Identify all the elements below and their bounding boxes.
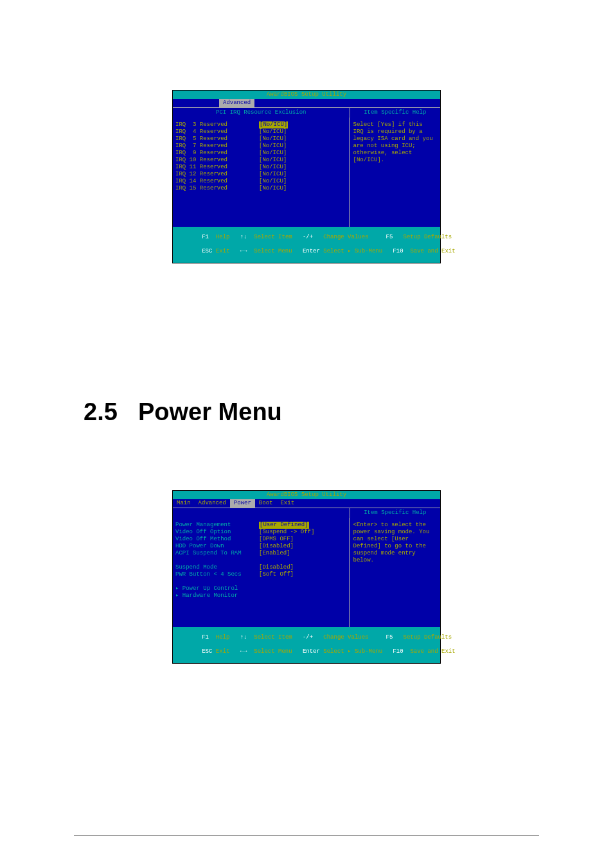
setting-label: IRQ 11 Reserved [175,164,259,171]
key-f1: F1 [202,634,209,641]
key-f10: F10 [393,648,403,655]
setting-label: IRQ 14 Reserved [175,178,259,185]
setting-value: [No/ICU] [259,121,288,128]
setting-row[interactable]: IRQ 5 Reserved[No/ICU] [175,136,346,143]
submenu-item[interactable]: ▸ Hardware Monitor [175,592,346,599]
setting-value: [No/ICU] [259,164,287,171]
hint-help: Help [216,634,230,641]
bios-screenshot-irq: AwardBIOS Setup Utility Advanced PCI IRQ… [172,90,441,263]
bios-body: Power Management[User Defined]Video Off … [173,518,440,627]
submenu-item[interactable]: ▸ Power Up Control [175,585,346,592]
hint-select-item: Select Item [254,234,292,240]
setting-label: Suspend Mode [175,564,259,571]
submenu-label: ▸ Hardware Monitor [175,592,238,599]
setting-value: [No/ICU] [259,178,287,185]
key-updown: ↑↓ [240,634,247,641]
setting-value: [Disabled] [259,564,294,571]
setting-label: IRQ 15 Reserved [175,185,259,192]
setting-label: IRQ 9 Reserved [175,150,259,157]
setting-label: PWR Button < 4 Secs [175,571,259,578]
hint-exit: Exit [216,648,230,655]
tab-boot[interactable]: Boot [255,499,277,508]
setting-row[interactable]: IRQ 9 Reserved[No/ICU] [175,150,346,157]
setting-label: Video Off Option [175,529,259,536]
setting-row[interactable]: ACPI Suspend To RAM[Enabled] [175,550,346,557]
setting-row[interactable]: IRQ 10 Reserved[No/ICU] [175,157,346,164]
setting-row[interactable]: Suspend Mode[Disabled] [175,564,346,571]
setting-row[interactable]: Video Off Option[Suspend -> Off] [175,529,346,536]
setting-row[interactable]: Power Management[User Defined] [175,522,346,529]
bios-screenshot-power: AwardBIOS Setup Utility MainAdvancedPowe… [172,490,441,664]
setting-value: [Soft Off] [259,571,294,578]
setting-label: HDD Power Down [175,543,259,550]
setting-value: [No/ICU] [259,143,287,150]
key-leftright: ←→ [240,648,247,655]
hint-exit: Exit [216,248,230,254]
setting-label: IRQ 7 Reserved [175,143,259,150]
setting-value: [No/ICU] [259,185,287,192]
hint-select-menu: Select Menu [254,248,292,254]
setting-value: [Disabled] [259,543,294,550]
setting-value: [User Defined] [259,522,309,529]
submenu-label: ▸ Power Up Control [175,585,238,592]
bios-subheader: PCI IRQ Resource Exclusion Item Specific… [173,107,440,118]
tab-advanced[interactable]: Advanced [195,499,230,508]
setting-label: IRQ 3 Reserved [175,121,259,128]
page-footer-rule [74,835,539,836]
help-panel: <Enter> to select the power saving mode.… [350,518,440,627]
panel-title [173,508,350,518]
setting-label: ACPI Suspend To RAM [175,550,259,557]
hint-setup-defaults: Setup Defaults [404,234,452,240]
setting-row[interactable]: IRQ 14 Reserved[No/ICU] [175,178,346,185]
setting-label: IRQ 10 Reserved [175,157,259,164]
setting-row[interactable]: IRQ 7 Reserved[No/ICU] [175,143,346,150]
hint-change-values: Change Values [323,634,368,641]
setting-value: [DPMS OFF] [259,536,294,543]
bios-subheader: Item Specific Help [173,508,440,518]
key-updown: ↑↓ [240,234,247,240]
setting-row[interactable]: IRQ 12 Reserved[No/ICU] [175,171,346,178]
setting-row[interactable]: IRQ 3 Reserved[No/ICU] [175,121,346,128]
setting-row[interactable]: IRQ 4 Reserved[No/ICU] [175,128,346,136]
hint-select-sub: Select ▸ Sub-Menu [323,248,382,254]
bios-title: AwardBIOS Setup Utility [173,491,440,499]
key-enter: Enter [303,248,320,254]
setting-row[interactable]: Video Off Method[DPMS OFF] [175,536,346,543]
key-esc: ESC [202,648,212,655]
tab-advanced[interactable]: Advanced [219,99,254,107]
hint-save-exit: Save and Exit [410,648,455,655]
setting-label: Video Off Method [175,536,259,543]
hint-setup-defaults: Setup Defaults [404,634,452,641]
bios-body: IRQ 3 Reserved[No/ICU]IRQ 4 Reserved[No/… [173,118,440,227]
bios-title: AwardBIOS Setup Utility [173,91,440,99]
setting-label: Power Management [175,522,259,529]
bios-tabs: Advanced [173,99,440,107]
setting-value: [Suspend -> Off] [259,529,314,536]
setting-label: IRQ 5 Reserved [175,136,259,143]
panel-title: PCI IRQ Resource Exclusion [173,108,350,118]
setting-row[interactable]: HDD Power Down[Disabled] [175,543,346,550]
setting-value: [No/ICU] [259,150,287,157]
settings-panel: Power Management[User Defined]Video Off … [173,518,350,627]
setting-value: [No/ICU] [259,128,287,136]
section-heading: 2.5Power Menu [84,398,613,426]
heading-number: 2.5 [84,398,138,426]
setting-row[interactable]: IRQ 11 Reserved[No/ICU] [175,164,346,171]
hint-change-values: Change Values [323,234,368,240]
key-f5: F5 [386,634,393,641]
setting-label: IRQ 4 Reserved [175,128,259,136]
setting-value: [No/ICU] [259,171,287,178]
key-f10: F10 [393,248,403,254]
setting-row[interactable]: PWR Button < 4 Secs[Soft Off] [175,571,346,578]
tab-exit[interactable]: Exit [276,499,298,508]
hint-select-sub: Select ▸ Sub-Menu [323,648,382,655]
setting-value: [No/ICU] [259,157,287,164]
key-leftright: ←→ [240,248,247,254]
page: AwardBIOS Setup Utility Advanced PCI IRQ… [0,0,613,868]
tab-main[interactable]: Main [173,499,195,508]
key-enter: Enter [303,648,320,655]
key-esc: ESC [202,248,212,254]
setting-row[interactable]: IRQ 15 Reserved[No/ICU] [175,185,346,192]
settings-panel: IRQ 3 Reserved[No/ICU]IRQ 4 Reserved[No/… [173,118,350,227]
tab-power[interactable]: Power [230,499,255,508]
